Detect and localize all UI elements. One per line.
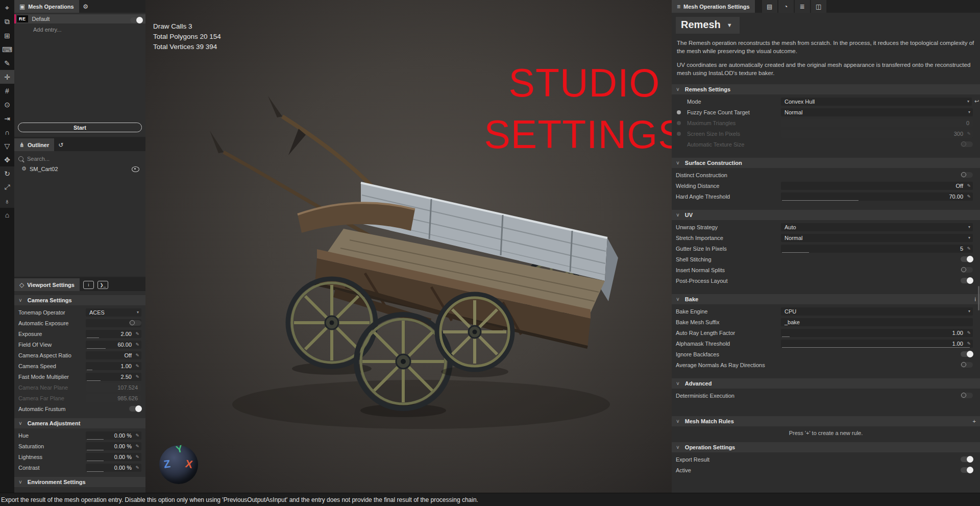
caret-icon: ▾ — [137, 308, 139, 317]
info-icon[interactable]: i — [975, 296, 976, 302]
operation-entry-default[interactable]: RE Default — [14, 14, 145, 23]
fast-mode-field[interactable]: 2.50✎ — [86, 373, 141, 381]
bake-mesh-suffix-input[interactable]: _bake — [781, 318, 973, 326]
row-lightness: Lightness 0.00 %✎ — [14, 451, 145, 462]
hard-angle-field[interactable]: 70.00✎ — [781, 192, 973, 201]
row-bake-engine: Bake Engine CPU▾ — [672, 306, 980, 317]
track-target-icon[interactable]: ⌖ — [0, 1, 14, 15]
reset-icon[interactable]: ↩ — [973, 96, 980, 107]
viewport-settings-panel: ◇ Viewport Settings i ❯_ ˅ Camera Settin… — [14, 278, 145, 493]
automatic-frustum-toggle[interactable] — [129, 406, 141, 412]
row-automatic-frustum: Automatic Frustum — [14, 403, 145, 414]
add-entry-button[interactable]: Add entry... — [33, 27, 145, 33]
paint-brush-icon[interactable]: ✎ — [0, 56, 14, 70]
unwrap-strategy-dropdown[interactable]: Auto▾ — [781, 223, 973, 231]
contrast-field[interactable]: 0.00 %✎ — [86, 464, 141, 472]
deterministic-execution-toggle[interactable] — [961, 393, 973, 398]
section-mesh-match-rules[interactable]: ˅ Mesh Match Rules + — [672, 416, 980, 426]
mesh-operation-settings-tab[interactable]: ≡ Mesh Operation Settings — [672, 0, 755, 13]
light-icon[interactable]: ♁ — [0, 194, 14, 208]
tonemap-dropdown[interactable]: ACES▾ — [86, 308, 141, 317]
section-remesh-settings[interactable]: ˅ Remesh Settings — [672, 84, 980, 94]
move-icon[interactable]: ✥ — [0, 153, 14, 166]
stretch-importance-dropdown[interactable]: Normal▾ — [781, 234, 973, 242]
export-icon[interactable]: ⇥ — [0, 111, 14, 125]
viewport-settings-tab[interactable]: ◇ Viewport Settings — [14, 278, 80, 291]
camera-speed-field[interactable]: 1.00✎ — [86, 362, 141, 370]
filter-icon[interactable]: ▽ — [0, 139, 14, 153]
post-process-layout-toggle[interactable] — [961, 278, 973, 283]
pencil-icon: ✎ — [967, 192, 971, 201]
automatic-exposure-toggle[interactable] — [129, 320, 141, 326]
console-icon[interactable]: ⌨ — [0, 42, 14, 56]
outliner-panel: ⋔ Outliner ↺ Search... ⚙ SM_Cart02 — [14, 138, 145, 277]
insert-normal-splits-toggle[interactable] — [961, 267, 973, 273]
pencil-icon: ✎ — [967, 340, 971, 348]
profiles-icon[interactable]: ≣ — [795, 0, 810, 13]
layout-icon[interactable]: ◫ — [811, 0, 826, 13]
console-button[interactable]: ❯_ — [97, 281, 108, 289]
outliner-item-sm-cart02[interactable]: ⚙ SM_Cart02 — [21, 165, 145, 172]
entry-enabled-toggle[interactable] — [130, 17, 142, 23]
lightness-field[interactable]: 0.00 %✎ — [86, 453, 141, 461]
operation-type-dropdown[interactable]: Remesh ▼ — [676, 17, 740, 34]
radio-unselected[interactable] — [677, 121, 681, 125]
transform-icon[interactable]: ✛ — [0, 70, 14, 84]
scene-tree-icon[interactable]: ⌂ — [0, 208, 14, 222]
gear-icon[interactable]: ⚙ — [79, 0, 92, 13]
average-normals-toggle[interactable] — [961, 362, 973, 368]
welding-distance-field[interactable]: Off✎ — [781, 182, 973, 190]
section-surface-construction[interactable]: ˅ Surface Construction — [672, 158, 980, 168]
fit-view-icon[interactable]: ⤢ — [0, 180, 14, 194]
materials-icon[interactable]: ◔ — [778, 0, 794, 13]
section-camera-adjustment[interactable]: ˅ Camera Adjustment — [14, 418, 145, 428]
section-environment-settings[interactable]: ˅ Environment Settings — [14, 477, 145, 487]
add-rule-icon[interactable]: + — [973, 418, 976, 424]
exposure-field[interactable]: 2.00✎ — [86, 330, 141, 338]
sync-icon[interactable]: ↻ — [0, 166, 14, 180]
outliner-search[interactable]: Search... — [18, 156, 145, 162]
hue-field[interactable]: 0.00 %✎ — [86, 431, 141, 440]
clipboard-icon[interactable]: ⧉ — [0, 15, 14, 29]
fuzzy-target-dropdown[interactable]: Normal▾ — [781, 108, 973, 116]
info-button[interactable]: i — [83, 281, 94, 289]
caret-icon: ▾ — [968, 234, 970, 242]
bake-engine-dropdown[interactable]: CPU▾ — [781, 307, 973, 316]
section-bake[interactable]: ˅ Bake i — [672, 294, 980, 304]
axis-gizmo-logo[interactable]: Y Z X — [159, 445, 198, 484]
aspect-ratio-field[interactable]: Off✎ — [86, 351, 141, 359]
outliner-tab[interactable]: ⋔ Outliner — [14, 138, 54, 151]
visibility-icon[interactable]: ⊙ — [0, 98, 14, 111]
mesh-operations-tab[interactable]: ▣ Mesh Operations — [14, 0, 79, 13]
pencil-icon: ✎ — [135, 453, 139, 461]
refresh-icon[interactable]: ↺ — [54, 138, 67, 151]
visibility-eye-icon[interactable] — [132, 166, 139, 172]
layout-grid-icon[interactable]: ⊞ — [0, 29, 14, 42]
mode-dropdown[interactable]: Convex Hull▾ — [781, 98, 972, 106]
fov-field[interactable]: 60.00✎ — [86, 341, 141, 349]
row-saturation: Saturation 0.00 %✎ — [14, 441, 145, 451]
auto-ray-length-field[interactable]: 1.00✎ — [781, 329, 973, 337]
radio-unselected[interactable] — [677, 132, 681, 136]
section-camera-settings[interactable]: ˅ Camera Settings — [14, 295, 145, 305]
active-toggle[interactable] — [961, 467, 973, 473]
ignore-backfaces-toggle[interactable] — [961, 351, 973, 357]
start-button[interactable]: Start — [18, 123, 142, 132]
shell-stitching-toggle[interactable] — [961, 256, 973, 262]
alphamask-threshold-field[interactable]: 1.00✎ — [781, 340, 973, 348]
snapshot-icon[interactable]: ▤ — [762, 0, 777, 13]
wire-grid-icon[interactable]: # — [0, 84, 14, 98]
row-shell-stitching: Shell Stitching — [672, 254, 980, 264]
export-result-toggle[interactable] — [961, 456, 973, 462]
viewport-3d[interactable]: Draw Calls 3 Total Polygons 20 154 Total… — [145, 0, 672, 493]
saturation-field[interactable]: 0.00 %✎ — [86, 442, 141, 450]
section-operation-settings[interactable]: ˅ Operation Settings — [672, 442, 980, 452]
gutter-size-field[interactable]: 5✎ — [781, 245, 973, 253]
ghost-icon[interactable]: ∩ — [0, 125, 14, 139]
radio-selected[interactable] — [677, 110, 681, 114]
distinct-construction-toggle[interactable] — [961, 172, 973, 178]
panel-scrollbar[interactable] — [978, 286, 979, 310]
row-mode: Mode Convex Hull▾ ↩ — [672, 96, 980, 107]
section-uv[interactable]: ˅ UV — [672, 210, 980, 220]
section-advanced[interactable]: ˅ Advanced — [672, 378, 980, 389]
